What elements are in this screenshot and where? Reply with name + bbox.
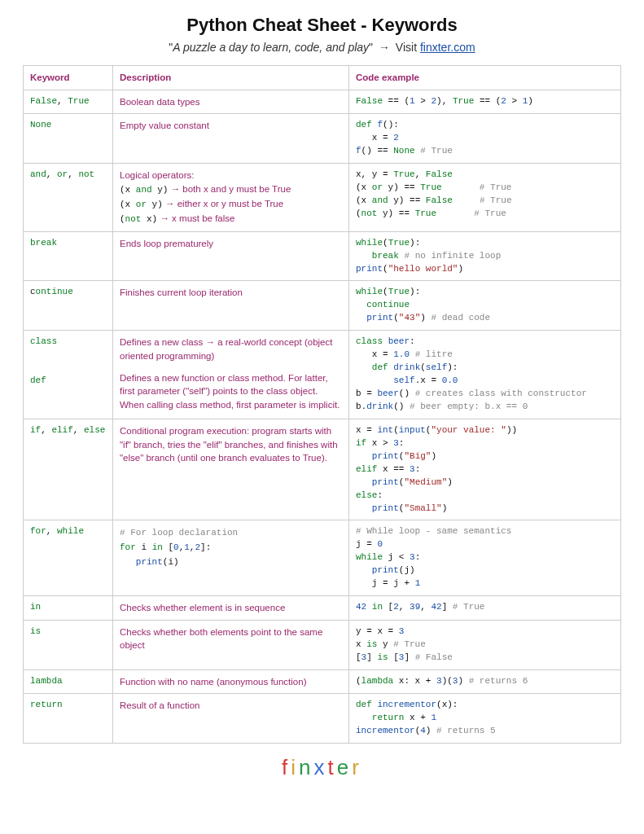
keyword-cell: in [24,596,113,621]
col-keyword: Keyword [24,66,113,90]
description-cell: Function with no name (anonymous functio… [113,669,349,694]
code-cell: while(True): break # no infinite loop pr… [349,231,621,281]
description-cell: Checks whether both elements point to th… [113,620,349,669]
keyword-cell: for, while [24,520,113,596]
code-cell: class beer: x = 1.0 # litre def drink(se… [349,331,621,419]
keyword-cell: if, elif, else [24,419,113,520]
table-row: and, or, notLogical operators:(x and y) … [24,164,621,231]
col-code: Code example [349,66,621,90]
table-row: lambdaFunction with no name (anonymous f… [24,669,621,694]
keyword-cell: False, True [24,90,113,114]
description-cell: Checks whether element is in sequence [113,596,349,621]
description-cell: Result of a function [113,694,349,744]
code-cell: y = x = 3 x is y # True [3] is [3] # Fal… [349,620,621,669]
code-cell: def incrementor(x): return x + 1 increme… [349,694,621,744]
table-row: NoneEmpty value constantdef f(): x = 2 f… [24,114,621,164]
keyword-cell: break [24,231,113,281]
description-cell: Defines a new class → a real-world conce… [113,331,349,419]
code-cell: (lambda x: x + 3)(3) # returns 6 [349,669,621,694]
description-cell: # For loop declaration for i in [0,1,2]:… [113,520,349,596]
keyword-cell: None [24,114,113,164]
header: Python Cheat Sheet - Keywords "A puzzle … [23,15,621,54]
keyword-cell: and, or, not [24,164,113,231]
table-row: continueFinishes current loop iterationw… [24,281,621,331]
code-cell: # While loop - same semantics j = 0 whil… [349,520,621,596]
subtitle: "A puzzle a day to learn, code, and play… [23,41,621,54]
description-cell: Boolean data types [113,90,349,114]
code-cell: while(True): continue print("43") # dead… [349,281,621,331]
page-title: Python Cheat Sheet - Keywords [23,15,621,36]
code-cell: False == (1 > 2), True == (2 > 1) [349,90,621,114]
keywords-table: Keyword Description Code example False, … [23,65,621,744]
keyword-cell: return [24,694,113,744]
description-cell: Ends loop prematurely [113,231,349,281]
keyword-cell: continue [24,281,113,331]
code-cell: 42 in [2, 39, 42] # True [349,596,621,621]
description-cell: Empty value constant [113,114,349,164]
description-cell: Logical operators:(x and y) → both x and… [113,164,349,231]
table-row: inChecks whether element is in sequence4… [24,596,621,621]
col-description: Description [113,66,349,90]
table-row: class defDefines a new class → a real-wo… [24,331,621,419]
table-row: isChecks whether both elements point to … [24,620,621,669]
description-cell: Finishes current loop iteration [113,281,349,331]
code-cell: x = int(input("your value: ")) if x > 3:… [349,419,621,520]
keyword-cell: lambda [24,669,113,694]
finxter-link[interactable]: finxter.com [420,41,475,54]
code-cell: x, y = True, False (x or y) == True # Tr… [349,164,621,231]
table-row: returnResult of a functiondef incremento… [24,694,621,744]
code-cell: def f(): x = 2 f() == None # True [349,114,621,164]
finxter-logo: finxter [23,755,621,780]
table-row: for, while# For loop declaration for i i… [24,520,621,596]
table-row: False, TrueBoolean data typesFalse == (1… [24,90,621,114]
keyword-cell: is [24,620,113,669]
keyword-cell: class def [24,331,113,419]
description-cell: Conditional program execution: program s… [113,419,349,520]
table-row: if, elif, elseConditional program execut… [24,419,621,520]
table-row: breakEnds loop prematurelywhile(True): b… [24,231,621,281]
